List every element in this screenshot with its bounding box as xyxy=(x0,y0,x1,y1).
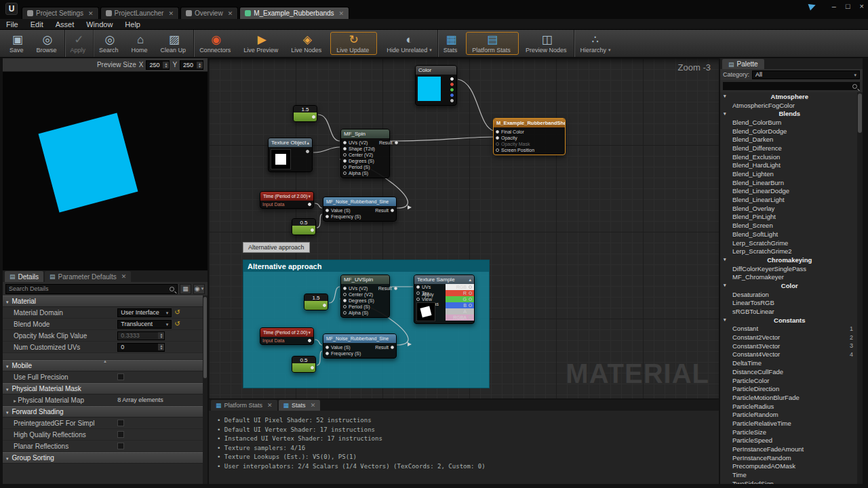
stepper-arrows-icon[interactable]: ▲▼ xyxy=(163,62,169,68)
search-details-input[interactable] xyxy=(9,285,170,292)
menu-item[interactable]: File xyxy=(0,20,24,28)
palette-scrollbar[interactable] xyxy=(857,92,863,484)
material-input-pin-row[interactable]: Screen Position xyxy=(494,147,565,153)
palette-item[interactable]: Blend_Exclusion xyxy=(720,152,863,161)
output-pin-row[interactable]: Result xyxy=(373,344,396,350)
palette-item[interactable]: ParticleRadius xyxy=(720,402,863,411)
palette-item[interactable]: Constant3Vector 3 xyxy=(720,342,863,350)
output-pin[interactable] xyxy=(450,77,454,81)
property-spinbox[interactable]: 0▲▼ xyxy=(117,343,165,352)
property-checkbox[interactable] xyxy=(117,443,124,449)
property-spinbox[interactable]: 0.3333▲▼ xyxy=(117,331,165,340)
tab-details[interactable]: ▤ Details xyxy=(5,271,43,282)
output-pin-row[interactable]: Result xyxy=(377,140,400,146)
output-pin[interactable] xyxy=(308,339,311,342)
toolbar-button[interactable]: ▦ Stats xyxy=(438,30,465,57)
output-pin[interactable] xyxy=(311,366,314,369)
toolbar-button[interactable]: ▣ Save xyxy=(4,30,31,57)
section-header[interactable]: Physical Material Mask xyxy=(3,383,208,394)
output-pin[interactable] xyxy=(312,115,315,119)
input-pin-row[interactable]: UVs (V2) xyxy=(341,285,376,291)
minimize-button[interactable]: – xyxy=(832,2,836,10)
input-pin-row[interactable]: Frequency (S) xyxy=(323,214,373,220)
input-pin-row[interactable]: UVs xyxy=(414,284,446,290)
input-pin-row[interactable]: UVs (V2) xyxy=(341,140,377,146)
toolbar-button[interactable]: ▤ Platform Stats xyxy=(466,32,519,55)
section-header[interactable]: Material xyxy=(3,296,208,307)
input-pin-row[interactable]: Center (V2) xyxy=(341,291,376,298)
palette-item[interactable]: ParticleRandom xyxy=(720,410,863,419)
output-pin-row[interactable]: RGBA xyxy=(446,314,474,321)
input-pin-row[interactable]: Degrees (S) xyxy=(341,298,376,304)
palette-item[interactable]: Blend_LinearBurn xyxy=(720,178,863,187)
property-dropdown[interactable]: User Interface xyxy=(117,308,172,317)
palette-item[interactable]: sRGBToLinear xyxy=(720,307,863,316)
material-preview-viewport[interactable] xyxy=(3,72,208,270)
toolbar-button[interactable]: ▶ Live Preview xyxy=(238,30,285,57)
details-scrollbar[interactable] xyxy=(203,296,208,484)
node-mf-noise-rubberband-sine[interactable]: MF_Noise_Rubberband_Sine Value (S) Frequ… xyxy=(323,197,397,222)
input-pin-row[interactable]: Value (S) xyxy=(323,207,373,214)
palette-search-input[interactable] xyxy=(726,83,852,89)
palette-item[interactable]: Blend_Lighten xyxy=(720,169,863,178)
output-pin-row[interactable]: Result xyxy=(376,285,399,291)
palette-item[interactable]: Desaturation xyxy=(720,290,863,299)
palette-item[interactable]: DiffColorKeyerSinglePass xyxy=(720,264,863,273)
toolbar-button[interactable]: ◎ Search xyxy=(94,30,126,57)
output-pin[interactable] xyxy=(450,88,454,92)
node-texture-sample[interactable]: Texture Sample UVs Tex Apply View MipBia… xyxy=(414,274,475,324)
palette-item[interactable]: DeltaTime xyxy=(720,359,863,367)
node-material-output[interactable]: M_Example_RubberbandShake Final Color Op… xyxy=(493,118,566,155)
palette-item[interactable]: Blend_ColorBurn xyxy=(720,118,863,127)
close-button[interactable]: × xyxy=(860,2,864,10)
tab-close-icon[interactable] xyxy=(228,10,233,17)
property-checkbox[interactable] xyxy=(117,431,124,438)
category-dropdown[interactable]: All xyxy=(752,70,860,79)
menu-item[interactable]: Window xyxy=(80,20,119,28)
output-pin[interactable] xyxy=(311,228,314,232)
palette-item[interactable]: Blend_Overlay xyxy=(720,204,863,213)
output-pin[interactable] xyxy=(450,99,454,102)
palette-item[interactable]: Lerp_ScratchGrime2 xyxy=(720,247,863,256)
palette-item[interactable]: MF_Chromakeyer xyxy=(720,272,863,281)
toolbar-button[interactable]: ◫ Preview Nodes xyxy=(520,30,575,57)
material-graph-canvas[interactable]: Zoom -3 MATERIAL Alternative approach Al… xyxy=(209,58,719,399)
output-pin-row[interactable]: B xyxy=(446,302,474,308)
toolbar-button[interactable]: ▨ Clean Up xyxy=(155,30,195,57)
input-pin-row[interactable]: Apply View MipBias xyxy=(414,296,446,302)
palette-item[interactable]: Constant4Vector 4 xyxy=(720,350,863,359)
window-tab[interactable]: ProjectLauncher xyxy=(100,7,179,19)
palette-item[interactable]: Blend_HardLight xyxy=(720,161,863,170)
palette-item[interactable]: TwoSidedSign xyxy=(720,479,863,484)
node-mf-uvspin[interactable]: MF_UVSpin UVs (V2) Center (V2) Degrees (… xyxy=(340,274,390,318)
palette-item[interactable]: Blend_Screen xyxy=(720,221,863,230)
palette-item[interactable]: PrecomputedAOMask xyxy=(720,462,863,471)
node-time[interactable]: Time (Period of 2.00) Input Data xyxy=(260,327,314,345)
palette-item[interactable]: Blend_SoftLight xyxy=(720,230,863,239)
output-pin-row[interactable]: RGB xyxy=(446,284,474,290)
menu-item[interactable]: Help xyxy=(119,20,146,28)
preview-y-spinbox[interactable]: 250▲▼ xyxy=(180,60,203,70)
palette-item[interactable]: ParticleColor xyxy=(720,376,863,385)
output-pin-row[interactable]: R xyxy=(446,290,474,296)
palette-item[interactable]: Constant2Vector 2 xyxy=(720,333,863,342)
node-texture-object[interactable]: Texture Object xyxy=(268,138,313,172)
toolbar-button[interactable]: ◈ Live Nodes xyxy=(285,30,329,57)
palette-item[interactable]: Blends xyxy=(720,109,863,118)
node-constant-0-5[interactable]: 0.5 xyxy=(292,356,316,373)
palette-item[interactable]: PerInstanceRandom xyxy=(720,453,863,462)
palette-item[interactable]: PerInstanceFadeAmount xyxy=(720,445,863,453)
input-pin-row[interactable]: Center (V2) xyxy=(341,152,377,158)
tab-close-icon[interactable] xyxy=(339,10,344,17)
stepper-arrows-icon[interactable]: ▲▼ xyxy=(197,62,203,68)
menu-item[interactable]: Edit xyxy=(24,20,50,28)
input-pin-row[interactable]: Degrees (S) xyxy=(341,158,377,164)
palette-item[interactable]: Atmosphere xyxy=(720,92,863,101)
palette-item[interactable]: ParticleSpeed xyxy=(720,436,863,445)
palette-item[interactable]: Constants xyxy=(720,316,863,325)
window-tab[interactable]: Project Settings xyxy=(22,7,99,19)
palette-item[interactable]: Color xyxy=(720,281,863,290)
toolbar-button[interactable]: ⌂ Home xyxy=(126,30,155,57)
reset-to-default-icon[interactable] xyxy=(174,321,180,327)
section-header[interactable]: Forward Shading xyxy=(3,406,208,418)
